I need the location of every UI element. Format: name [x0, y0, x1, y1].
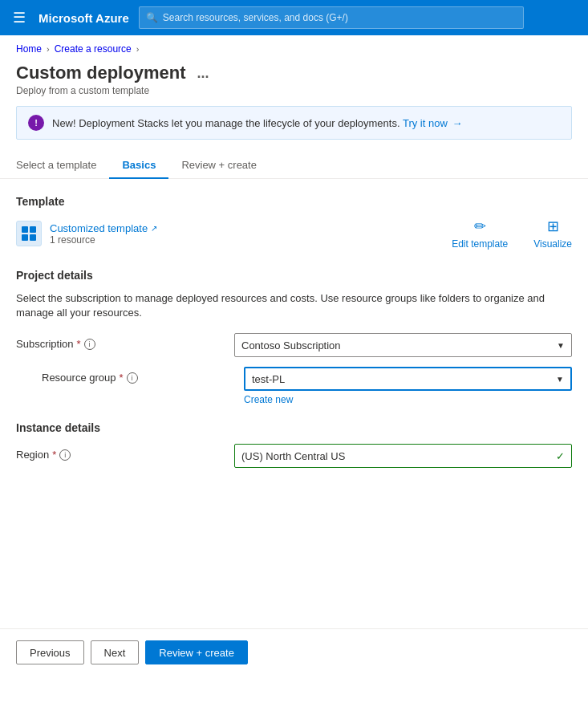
page-header: Custom deployment ... Deploy from a cust…: [0, 59, 588, 106]
banner-text: New! Deployment Stacks let you manage th…: [52, 117, 462, 129]
template-name-link[interactable]: Customized template ↗: [50, 222, 157, 234]
template-icon-grid: [22, 226, 36, 241]
edit-icon: ✏: [474, 217, 486, 235]
rg-indent: [16, 367, 32, 368]
search-placeholder: Search resources, services, and docs (G+…: [163, 12, 348, 23]
breadcrumb-create-resource[interactable]: Create a resource: [55, 43, 132, 55]
project-details-heading: Project details: [16, 269, 572, 282]
region-control: (US) North Central US ✓: [234, 444, 572, 468]
page-subtitle: Deploy from a custom template: [16, 85, 572, 96]
template-heading: Template: [16, 195, 572, 208]
banner-arrow-icon: →: [452, 117, 462, 129]
resource-group-control: test-PL ▼ Create new: [244, 367, 572, 405]
breadcrumb-home[interactable]: Home: [16, 43, 42, 55]
breadcrumb-sep-2: ›: [136, 44, 140, 54]
template-section: Template Customized template ↗ 1 resourc…: [16, 195, 572, 250]
instance-details-section: Instance details Region * i (US) North C…: [16, 421, 572, 468]
resource-group-dropdown-arrow: ▼: [556, 375, 564, 384]
region-dropdown[interactable]: (US) North Central US ✓: [234, 444, 572, 468]
resource-group-value: test-PL: [252, 373, 285, 385]
previous-button[interactable]: Previous: [16, 640, 84, 664]
project-description: Select the subscription to manage deploy…: [16, 291, 572, 320]
external-link-icon: ↗: [151, 224, 157, 233]
region-value: (US) North Central US: [241, 450, 345, 462]
search-icon: 🔍: [146, 12, 158, 23]
edit-template-label: Edit template: [452, 238, 508, 250]
more-options-button[interactable]: ...: [192, 63, 213, 83]
region-label: Region * i: [16, 444, 225, 461]
resource-group-dropdown[interactable]: test-PL ▼: [244, 367, 572, 391]
wizard-tabs: Select a template Basics Review + create: [0, 152, 588, 179]
visualize-button[interactable]: ⊞ Visualize: [533, 217, 572, 250]
breadcrumb-sep-1: ›: [47, 44, 50, 54]
hamburger-menu-icon[interactable]: ☰: [10, 6, 29, 30]
banner-try-link[interactable]: Try it now: [403, 117, 448, 129]
visualize-label: Visualize: [533, 238, 572, 250]
azure-logo: Microsoft Azure: [39, 11, 129, 25]
region-check-icon: ✓: [556, 450, 565, 462]
edit-template-button[interactable]: ✏ Edit template: [452, 217, 508, 250]
template-details: Customized template ↗ 1 resource: [50, 222, 157, 246]
visualize-icon: ⊞: [547, 217, 559, 235]
search-bar[interactable]: 🔍 Search resources, services, and docs (…: [139, 6, 524, 29]
resource-group-required: *: [120, 372, 124, 384]
subscription-value: Contoso Subscription: [241, 339, 341, 352]
subscription-dropdown-arrow: ▼: [557, 341, 565, 350]
breadcrumb: Home › Create a resource ›: [0, 35, 588, 59]
banner-icon: !: [28, 115, 44, 131]
next-button[interactable]: Next: [91, 640, 140, 664]
region-info-icon[interactable]: i: [59, 449, 71, 461]
subscription-dropdown[interactable]: Contoso Subscription ▼: [234, 333, 572, 357]
create-new-resource-group-link[interactable]: Create new: [244, 394, 293, 405]
tab-basics[interactable]: Basics: [109, 152, 168, 179]
region-required: *: [52, 449, 56, 461]
resource-group-label: Resource group * i: [42, 367, 234, 384]
template-info: Customized template ↗ 1 resource: [16, 221, 157, 246]
tab-select-template[interactable]: Select a template: [16, 152, 109, 179]
template-icon: [16, 221, 42, 246]
resource-group-info-icon[interactable]: i: [127, 372, 138, 384]
subscription-info-icon[interactable]: i: [84, 339, 95, 350]
banner-text-content: New! Deployment Stacks let you manage th…: [52, 117, 400, 129]
page-title-text: Custom deployment: [16, 63, 185, 83]
instance-details-heading: Instance details: [16, 421, 572, 434]
template-actions: ✏ Edit template ⊞ Visualize: [452, 217, 572, 250]
region-row: Region * i (US) North Central US ✓: [16, 444, 572, 468]
project-details-section: Project details Select the subscription …: [16, 269, 572, 405]
tab-review-create[interactable]: Review + create: [168, 152, 270, 179]
subscription-label: Subscription * i: [16, 333, 225, 350]
subscription-control: Contoso Subscription ▼: [234, 333, 572, 357]
resource-group-row: Resource group * i test-PL ▼ Create new: [16, 367, 572, 405]
top-navigation: ☰ Microsoft Azure 🔍 Search resources, se…: [0, 0, 588, 35]
subscription-required: *: [77, 338, 81, 350]
subscription-row: Subscription * i Contoso Subscription ▼: [16, 333, 572, 357]
review-create-button[interactable]: Review + create: [145, 640, 248, 664]
template-sub-text: 1 resource: [50, 234, 157, 246]
deployment-stacks-banner: ! New! Deployment Stacks let you manage …: [16, 106, 572, 140]
main-content: Template Customized template ↗ 1 resourc…: [0, 179, 588, 468]
template-row: Customized template ↗ 1 resource ✏ Edit …: [16, 217, 572, 250]
footer: Previous Next Review + create: [0, 629, 588, 676]
